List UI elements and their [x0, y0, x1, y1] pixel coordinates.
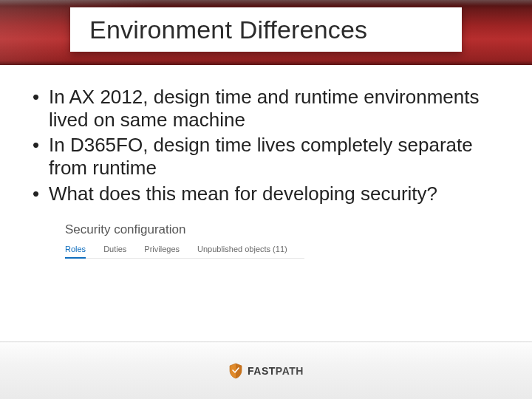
bullet-item: In D365FO, design time lives completely …: [28, 134, 504, 179]
header-band: Environment Differences: [0, 0, 532, 65]
tab-duties[interactable]: Duties: [103, 245, 126, 258]
security-config-panel: Security configuration Roles Duties Priv…: [59, 218, 310, 262]
brand-text: FASTPATH: [248, 365, 304, 377]
bullet-list: In AX 2012, design time and runtime envi…: [28, 86, 504, 205]
tab-roles[interactable]: Roles: [65, 245, 86, 258]
slide-title: Environment Differences: [89, 16, 367, 44]
brand-logo: FASTPATH: [228, 363, 304, 379]
security-config-tabs: Roles Duties Privileges Unpublished obje…: [65, 245, 304, 259]
footer-band: FASTPATH: [0, 341, 532, 399]
bullet-item: What does this mean for developing secur…: [28, 183, 504, 205]
shield-icon: [228, 363, 243, 379]
title-plate: Environment Differences: [70, 7, 462, 52]
bullet-item: In AX 2012, design time and runtime envi…: [28, 86, 504, 131]
tab-privileges[interactable]: Privileges: [144, 245, 180, 258]
content-area: In AX 2012, design time and runtime envi…: [0, 65, 532, 262]
tab-unpublished-objects[interactable]: Unpublished objects (11): [197, 245, 287, 258]
security-config-heading: Security configuration: [65, 222, 304, 237]
